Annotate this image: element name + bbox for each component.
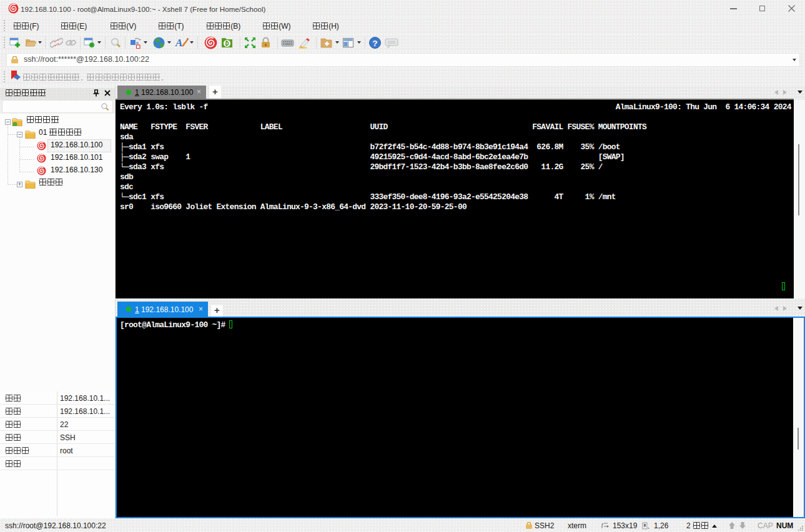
svg-text:A: A [175, 37, 182, 49]
svg-text:?: ? [372, 39, 377, 48]
